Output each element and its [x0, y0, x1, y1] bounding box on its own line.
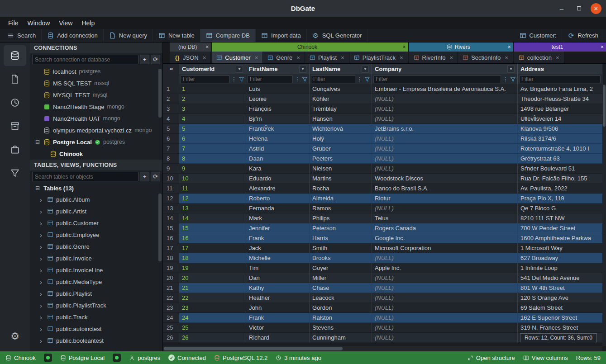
row-number[interactable]: 3: [163, 104, 179, 114]
chevron-right-icon[interactable]: ›: [40, 255, 44, 262]
tab-customer[interactable]: Customer×: [212, 52, 263, 63]
minimize-button[interactable]: –: [556, 3, 567, 14]
cell-firstname[interactable]: Frank: [246, 313, 310, 323]
row-number[interactable]: 11: [163, 184, 179, 194]
cell-lastname[interactable]: Stevens: [310, 323, 372, 333]
rail-item-query-designer[interactable]: [4, 163, 26, 184]
toolbar-search-button[interactable]: Search: [2, 29, 42, 42]
tab-group-header-rivers[interactable]: Rivers×: [409, 43, 513, 52]
connection-ms-sql-test[interactable]: MS SQL TESTmssql: [30, 77, 162, 89]
tab-group-header-test1[interactable]: test1×: [514, 43, 606, 52]
cell-address[interactable]: 1 Infinite Loop: [518, 263, 602, 273]
tab-playlisttrack[interactable]: PlaylistTrack×: [349, 52, 408, 63]
tab-group-close-icon[interactable]: ×: [601, 44, 604, 50]
cell-address[interactable]: 69 Salem Street: [518, 303, 602, 313]
cell-customerid[interactable]: 1: [179, 84, 246, 94]
cell-lastname[interactable]: Peeters: [310, 154, 372, 164]
cell-address[interactable]: 8210 111 ST NW: [518, 213, 602, 223]
cell-firstname[interactable]: Richard: [246, 333, 310, 343]
toolbar-import-data-button[interactable]: Import data: [256, 29, 307, 42]
collapse-icon[interactable]: ⊟: [34, 139, 41, 145]
status-postgre-local[interactable]: Postgre Local: [60, 355, 105, 361]
filter-menu-icon[interactable]: ⋮: [356, 76, 363, 83]
cell-address[interactable]: Klanova 9/506: [518, 124, 602, 134]
cell-lastname[interactable]: Martins: [310, 174, 372, 184]
chevron-right-icon[interactable]: ›: [40, 337, 44, 344]
cell-firstname[interactable]: Alexandre: [246, 184, 310, 194]
connection-nano2health-uat[interactable]: Nano2Health UATmongo: [30, 113, 162, 124]
cell-customerid[interactable]: 2: [179, 94, 246, 104]
cell-customerid[interactable]: 13: [179, 203, 246, 213]
grid-row[interactable]: 1313FernandaRamos(NULL)Qe 7 Bloco G: [163, 203, 602, 213]
grid-row[interactable]: 1414MarkPhilipsTelus8210 111 ST NW: [163, 213, 602, 223]
connection-localhost[interactable]: localhostpostgres: [30, 66, 162, 77]
cell-customerid[interactable]: 12: [179, 194, 246, 203]
cell-customerid[interactable]: 19: [179, 263, 246, 273]
cell-company[interactable]: Embraer - Empresa Brasileira de Aeronáut…: [372, 84, 518, 94]
cell-firstname[interactable]: Fernanda: [246, 203, 310, 213]
cell-lastname[interactable]: Chase: [310, 283, 372, 293]
cell-company[interactable]: Google Inc.: [372, 233, 518, 243]
chevron-right-icon[interactable]: ›: [40, 208, 44, 215]
chevron-right-icon[interactable]: ›: [40, 220, 44, 227]
cell-firstname[interactable]: Frank: [246, 233, 310, 243]
cell-company[interactable]: (NULL): [372, 253, 518, 263]
cell-customerid[interactable]: 26: [179, 333, 246, 343]
cell-customerid[interactable]: 22: [179, 293, 246, 303]
cell-company[interactable]: Rogers Canada: [372, 223, 518, 233]
cell-customerid[interactable]: 11: [179, 184, 246, 194]
cell-firstname[interactable]: Roberto: [246, 194, 310, 203]
cell-company[interactable]: (NULL): [372, 323, 518, 333]
tab-collection[interactable]: collection×: [514, 52, 564, 63]
chevron-right-icon[interactable]: ›: [40, 267, 44, 274]
cell-company[interactable]: (NULL): [372, 283, 518, 293]
grid-row[interactable]: 11LuísGonçalvesEmbraer - Empresa Brasile…: [163, 84, 602, 94]
grid-vertical-scrollbar[interactable]: [602, 84, 606, 346]
cell-customerid[interactable]: 17: [179, 243, 246, 253]
table-item-public-genre[interactable]: ›public.Genre: [30, 241, 162, 252]
row-number[interactable]: 23: [163, 303, 179, 313]
cell-address[interactable]: 162 E Superior Street: [518, 313, 602, 323]
filter-funnel-icon[interactable]: [302, 76, 308, 82]
status-postgres[interactable]: postgres: [129, 355, 160, 361]
tab-group-header-no-db[interactable]: (no DB)×: [170, 43, 211, 52]
cell-lastname[interactable]: Harris: [310, 233, 372, 243]
chevron-right-icon[interactable]: ›: [40, 196, 44, 203]
table-item-public-playlisttrack[interactable]: ›public.PlaylistTrack: [30, 299, 162, 311]
status-view-columns[interactable]: View columns: [523, 355, 568, 361]
chevron-right-icon[interactable]: ›: [40, 290, 44, 297]
grid-row[interactable]: 2525VictorStevens(NULL)319 N. Frances St…: [163, 323, 602, 333]
cell-company[interactable]: JetBrains s.r.o.: [372, 124, 518, 134]
cell-lastname[interactable]: Wichterlová: [310, 124, 372, 134]
column-dropdown-icon[interactable]: ▾: [299, 66, 306, 73]
cell-firstname[interactable]: Kara: [246, 164, 310, 174]
toolbar-new-table-button[interactable]: New table: [153, 29, 200, 42]
cell-firstname[interactable]: Eduardo: [246, 174, 310, 184]
tab-group-close-icon[interactable]: ×: [508, 44, 511, 50]
cell-company[interactable]: (NULL): [372, 203, 518, 213]
filter-menu-icon[interactable]: ⋮: [294, 76, 301, 83]
row-number[interactable]: 2: [163, 94, 179, 104]
grid-row[interactable]: 2121KathyChase(NULL)801 W 4th Street: [163, 283, 602, 293]
row-number[interactable]: 20: [163, 273, 179, 283]
grid-row[interactable]: 1717JackSmithMicrosoft Corporation1 Micr…: [163, 243, 602, 253]
cell-company[interactable]: (NULL): [372, 94, 518, 104]
row-number[interactable]: 8: [163, 154, 179, 164]
filter-funnel-icon[interactable]: [239, 76, 244, 82]
expand-columns-button[interactable]: »: [163, 64, 179, 74]
rail-item-settings[interactable]: ⚙: [4, 326, 26, 347]
column-header-address[interactable]: Address: [518, 64, 602, 74]
cell-firstname[interactable]: Heather: [246, 293, 310, 303]
connection-mysql-test[interactable]: MYSQL TESTmysql: [30, 89, 162, 101]
cell-address[interactable]: 541 Del Medio Avenue: [518, 273, 602, 283]
cell-address[interactable]: Rua Dr. Falcão Filho, 155: [518, 174, 602, 184]
cell-lastname[interactable]: Hansen: [310, 114, 372, 124]
row-number[interactable]: 18: [163, 253, 179, 263]
row-number[interactable]: 15: [163, 223, 179, 233]
cell-address[interactable]: Sґnder Boulevard 51: [518, 164, 602, 174]
row-number[interactable]: 9: [163, 164, 179, 174]
row-number[interactable]: 14: [163, 213, 179, 223]
cell-address[interactable]: Qe 7 Bloco G: [518, 203, 602, 213]
tab-close-icon[interactable]: ×: [341, 54, 344, 61]
cell-firstname[interactable]: Jennifer: [246, 223, 310, 233]
